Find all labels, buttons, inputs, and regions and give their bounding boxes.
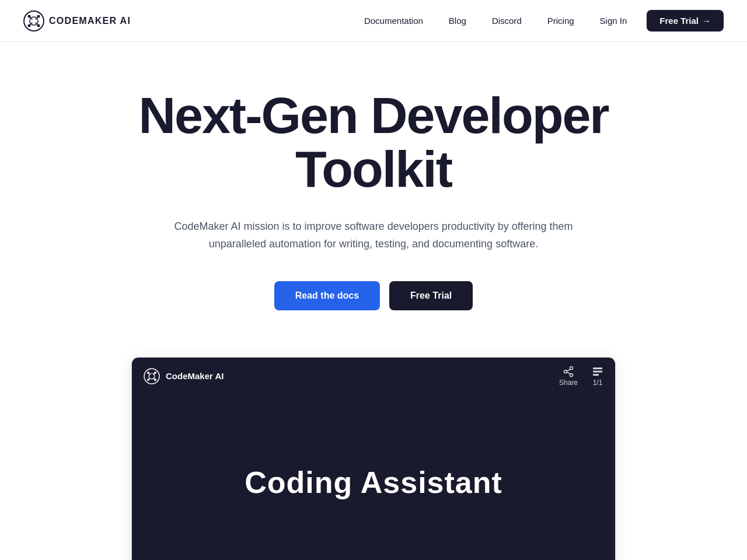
share-action[interactable]: Share xyxy=(559,366,578,387)
free-trial-button[interactable]: Free Trial xyxy=(389,281,473,310)
share-icon xyxy=(563,366,574,377)
nav-link-documentation[interactable]: Documentation xyxy=(354,11,434,30)
svg-point-7 xyxy=(37,15,40,18)
pages-icon xyxy=(592,366,603,377)
page-action[interactable]: 1/1 xyxy=(592,366,603,387)
share-label: Share xyxy=(559,379,578,387)
page-label: 1/1 xyxy=(593,379,603,387)
nav-free-trial-arrow: → xyxy=(702,16,711,26)
svg-point-18 xyxy=(147,379,149,381)
svg-rect-22 xyxy=(593,374,599,376)
svg-point-6 xyxy=(28,15,31,18)
hero-section: Next-Gen Developer Toolkit CodeMaker AI … xyxy=(0,42,747,560)
svg-point-9 xyxy=(37,24,40,27)
nav-logo[interactable]: CODEMAKER AI xyxy=(23,10,131,32)
svg-point-17 xyxy=(154,372,156,374)
nav-link-blog[interactable]: Blog xyxy=(438,11,477,30)
video-body: Coding Assistant xyxy=(132,395,615,560)
video-brand-name: CodeMaker AI xyxy=(166,371,224,381)
video-topbar-right: Share 1/1 xyxy=(559,366,603,387)
video-coding-text: Coding Assistant xyxy=(245,465,502,500)
video-topbar: CodeMaker AI Share 1/1 xyxy=(132,358,615,395)
nav-link-discord[interactable]: Discord xyxy=(481,11,532,30)
nav-free-trial-button[interactable]: Free Trial → xyxy=(647,10,724,32)
read-docs-button[interactable]: Read the docs xyxy=(274,281,380,310)
svg-point-16 xyxy=(147,372,149,374)
hero-buttons: Read the docs Free Trial xyxy=(23,281,724,310)
svg-point-10 xyxy=(144,369,159,384)
svg-rect-20 xyxy=(593,368,602,369)
video-topbar-left: CodeMaker AI xyxy=(144,368,224,384)
nav-link-signin[interactable]: Sign In xyxy=(589,11,638,30)
nav-links: Documentation Blog Discord Pricing Sign … xyxy=(354,10,724,32)
nav-free-trial-label: Free Trial xyxy=(659,16,699,26)
logo-icon xyxy=(23,10,44,32)
svg-point-0 xyxy=(24,11,44,31)
logo-text: CODEMAKER AI xyxy=(49,16,131,26)
video-card: CodeMaker AI Share 1/1 xyxy=(131,357,616,560)
svg-point-19 xyxy=(154,379,156,381)
nav-link-pricing[interactable]: Pricing xyxy=(537,11,585,30)
video-topbar-logo-icon xyxy=(144,368,160,384)
svg-rect-21 xyxy=(593,370,602,372)
navbar: CODEMAKER AI Documentation Blog Discord … xyxy=(0,0,747,42)
hero-heading-line2: Toolkit xyxy=(295,140,452,198)
hero-subtext: CodeMaker AI mission is to improve softw… xyxy=(163,218,584,253)
hero-heading-line1: Next-Gen Developer xyxy=(138,86,608,144)
hero-heading: Next-Gen Developer Toolkit xyxy=(23,89,724,197)
svg-point-8 xyxy=(28,24,31,27)
